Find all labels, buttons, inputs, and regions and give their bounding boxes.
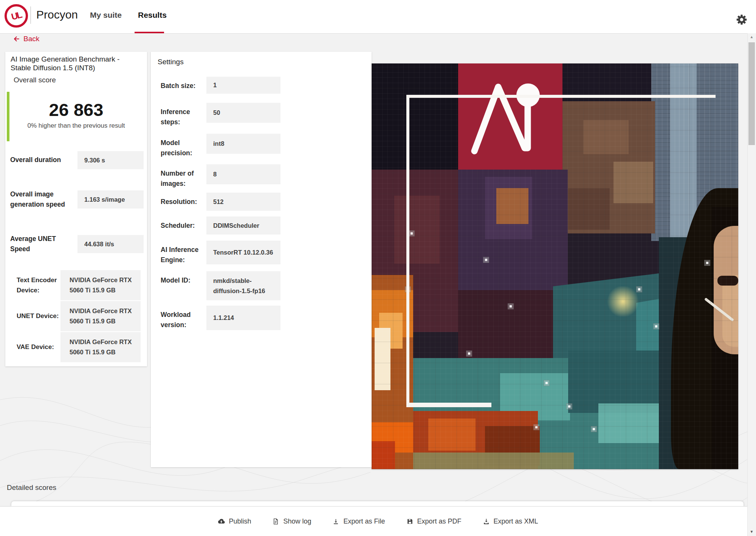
- scrollbar-up-arrow[interactable]: ▲: [747, 35, 756, 39]
- cloud-upload-icon: [218, 518, 225, 525]
- scrollbar-down-arrow[interactable]: ▼: [747, 530, 756, 534]
- settings-row: Resolution: 512: [151, 193, 372, 211]
- metric-label: Average UNET Speed: [10, 235, 75, 253]
- settings-label: Resolution:: [161, 197, 207, 207]
- show-log-button[interactable]: Show log: [272, 517, 311, 525]
- settings-label: AI Inference Engine:: [161, 245, 207, 265]
- metric-value: 9.306 s: [77, 151, 144, 169]
- publish-button[interactable]: Publish: [218, 517, 251, 525]
- export-file-button[interactable]: Export as File: [332, 517, 385, 525]
- settings-value: int8: [206, 134, 280, 154]
- detailed-scores-card-top: [11, 501, 744, 507]
- settings-panel: Settings Batch size: 1 Inference steps: …: [151, 52, 372, 467]
- device-label: Text Encoder Device:: [17, 270, 61, 300]
- download-icon: [332, 518, 339, 525]
- settings-title: Settings: [158, 58, 184, 66]
- scrollbar-thumb[interactable]: [748, 42, 755, 145]
- save-icon: [406, 518, 414, 525]
- tab-results[interactable]: Results: [138, 11, 167, 20]
- settings-row: Model precision: int8: [151, 134, 372, 154]
- metric-value: 44.638 it/s: [77, 235, 144, 253]
- generated-image-preview: [372, 63, 738, 469]
- settings-value: nmkd/stable-diffusion-1.5-fp16: [206, 271, 280, 300]
- device-label: UNET Device:: [17, 301, 61, 331]
- app-title: Procyon: [36, 8, 78, 21]
- publish-label: Publish: [229, 517, 251, 525]
- tab-my-suite[interactable]: My suite: [90, 11, 122, 20]
- settings-label: Number of images:: [161, 168, 207, 189]
- metric-value: 1.163 s/image: [77, 190, 144, 209]
- settings-row: Model ID: nmkd/stable-diffusion-1.5-fp16: [151, 271, 372, 300]
- export-pdf-button[interactable]: Export as PDF: [406, 517, 462, 525]
- metric-row: Overall duration 9.306 s: [10, 151, 144, 169]
- download-tray-icon: [483, 518, 490, 525]
- metric-row: Average UNET Speed 44.638 it/s: [10, 235, 144, 253]
- metric-label: Overall duration: [10, 151, 75, 169]
- settings-value: 50: [206, 103, 280, 123]
- detailed-scores-heading: Detailed scores: [7, 483, 56, 492]
- ai-logo-square: [458, 63, 562, 170]
- settings-label: Batch size:: [161, 81, 207, 91]
- result-summary-panel: AI Image Generation Benchmark - Stable D…: [5, 52, 147, 366]
- device-row: UNET Device: NVIDIA GeForce RTX 5060 Ti …: [5, 301, 147, 331]
- header-divider: [30, 6, 31, 24]
- settings-value: 8: [206, 164, 280, 184]
- back-button[interactable]: Back: [13, 35, 39, 43]
- metric-label: Overall image generation speed: [10, 190, 75, 209]
- settings-row: Inference steps: 50: [151, 103, 372, 123]
- settings-label: Model precision:: [161, 138, 207, 158]
- settings-label: Workload version:: [161, 310, 207, 330]
- settings-row: AI Inference Engine: TensorRT 10.12.0.36: [151, 241, 372, 264]
- device-value: NVIDIA GeForce RTX 5060 Ti 15.9 GB: [60, 301, 141, 331]
- back-arrow-icon: [13, 35, 20, 43]
- device-value: NVIDIA GeForce RTX 5060 Ti 15.9 GB: [60, 270, 141, 300]
- ul-logo-text: UL: [10, 9, 22, 22]
- score-comparison-note: 0% higher than the previous result: [5, 122, 147, 130]
- device-row: VAE Device: NVIDIA GeForce RTX 5060 Ti 1…: [5, 332, 147, 362]
- settings-row: Batch size: 1: [151, 77, 372, 94]
- export-xml-button[interactable]: Export as XML: [483, 517, 538, 525]
- frame-top-line: [406, 95, 716, 98]
- device-row: Text Encoder Device: NVIDIA GeForce RTX …: [5, 270, 147, 300]
- settings-label: Model ID:: [161, 275, 207, 286]
- settings-value: 1: [206, 77, 280, 94]
- device-value: NVIDIA GeForce RTX 5060 Ti 15.9 GB: [60, 332, 141, 362]
- export-xml-label: Export as XML: [494, 517, 538, 525]
- export-pdf-label: Export as PDF: [417, 517, 462, 525]
- device-label: VAE Device:: [17, 332, 61, 362]
- settings-value: 512: [206, 193, 280, 211]
- settings-row: Workload version: 1.1.214: [151, 306, 372, 330]
- metric-row: Overall image generation speed 1.163 s/i…: [10, 190, 144, 209]
- show-log-label: Show log: [283, 517, 311, 525]
- frame-bottom-line: [406, 403, 491, 407]
- benchmark-title: AI Image Generation Benchmark - Stable D…: [11, 55, 142, 72]
- frame-left-line: [406, 95, 409, 407]
- back-label: Back: [23, 35, 39, 43]
- settings-value: TensorRT 10.12.0.36: [206, 241, 280, 264]
- gear-icon[interactable]: [736, 14, 748, 26]
- ai-logo: [458, 63, 562, 170]
- settings-row: Scheduler: DDIMScheduler: [151, 216, 372, 235]
- settings-value: DDIMScheduler: [206, 216, 280, 235]
- app-header: UL Procyon My suite Results: [0, 0, 756, 34]
- ul-logo: UL: [5, 4, 28, 28]
- export-file-label: Export as File: [343, 517, 385, 525]
- settings-value: 1.1.214: [206, 306, 280, 330]
- procyon-results-page: UL Procyon My suite Results Back AI Imag…: [0, 0, 756, 536]
- settings-row: Number of images: 8: [151, 164, 372, 184]
- settings-label: Inference steps:: [161, 107, 207, 127]
- overall-score-label: Overall score: [14, 76, 56, 84]
- footer-toolbar: Publish Show log Export as File Export a…: [0, 506, 756, 536]
- settings-label: Scheduler:: [161, 221, 207, 231]
- document-icon: [272, 518, 279, 525]
- active-tab-underline: [135, 32, 164, 33]
- overall-score-value: 26 863: [5, 99, 147, 120]
